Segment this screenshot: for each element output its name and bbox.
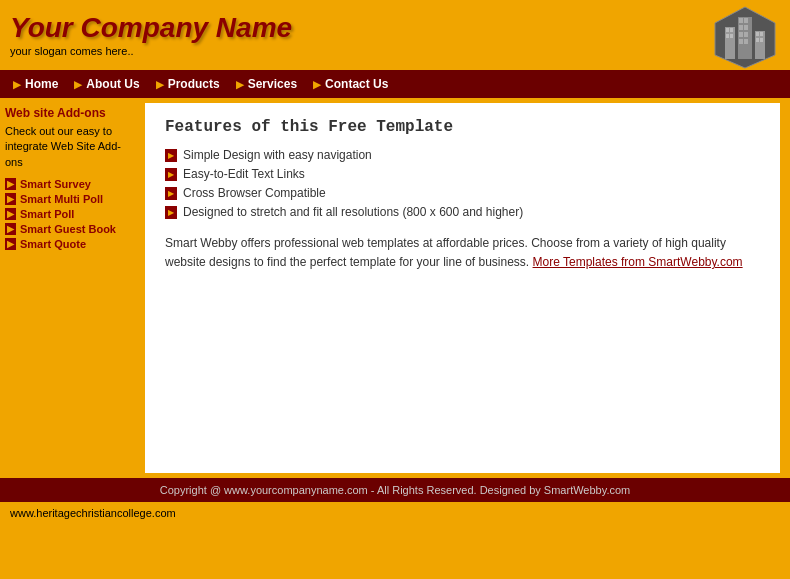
nav-item-services[interactable]: ▶Services (228, 70, 305, 98)
content-body: Smart Webby offers professional web temp… (165, 234, 760, 272)
sidebar-link-arrow-icon: ▶ (5, 178, 16, 190)
logo-image (710, 5, 780, 70)
nav-item-contact[interactable]: ▶Contact Us (305, 70, 396, 98)
sidebar-link-label: Smart Poll (20, 208, 74, 220)
sidebar-link[interactable]: ▶Smart Multi Poll (5, 193, 135, 205)
nav-arrow-icon: ▶ (156, 79, 164, 90)
svg-rect-14 (730, 34, 733, 38)
svg-rect-18 (756, 38, 759, 42)
list-arrow-icon: ▶ (165, 149, 177, 162)
header: Your Company Name your slogan comes here… (0, 0, 790, 70)
nav-item-products[interactable]: ▶Products (148, 70, 228, 98)
nav-item-label: About Us (86, 77, 139, 91)
feature-text: Designed to stretch and fit all resoluti… (183, 205, 523, 219)
feature-item: ▶Cross Browser Compatible (165, 186, 760, 200)
slogan: your slogan comes here.. (10, 45, 292, 57)
sidebar-desc: Check out our easy to integrate Web Site… (5, 124, 135, 170)
list-arrow-icon: ▶ (165, 187, 177, 200)
nav-arrow-icon: ▶ (74, 79, 82, 90)
svg-rect-13 (726, 34, 729, 38)
feature-item: ▶Simple Design with easy navigation (165, 148, 760, 162)
list-arrow-icon: ▶ (165, 206, 177, 219)
footer: Copyright @ www.yourcompanyname.com - Al… (0, 478, 790, 502)
content-area: Features of this Free Template ▶Simple D… (145, 103, 780, 473)
nav-item-label: Products (168, 77, 220, 91)
sidebar-links: ▶Smart Survey▶Smart Multi Poll▶Smart Pol… (5, 178, 135, 250)
feature-text: Easy-to-Edit Text Links (183, 167, 305, 181)
svg-rect-7 (744, 32, 748, 37)
bottom-link[interactable]: www.heritagechristiancollege.com (10, 507, 176, 519)
sidebar-link[interactable]: ▶Smart Guest Book (5, 223, 135, 235)
svg-rect-16 (756, 32, 759, 36)
svg-rect-1 (738, 17, 752, 59)
svg-rect-4 (739, 25, 743, 30)
sidebar-link[interactable]: ▶Smart Quote (5, 238, 135, 250)
sidebar-link-arrow-icon: ▶ (5, 238, 16, 250)
nav-item-label: Services (248, 77, 297, 91)
copyright-text: Copyright @ www.yourcompanyname.com - Al… (160, 484, 631, 496)
header-text: Your Company Name your slogan comes here… (10, 14, 292, 57)
nav-item-label: Home (25, 77, 58, 91)
nav-item-label: Contact Us (325, 77, 388, 91)
more-templates-link[interactable]: More Templates from SmartWebby.com (533, 255, 743, 269)
feature-item: ▶Easy-to-Edit Text Links (165, 167, 760, 181)
main-container: Web site Add-ons Check out our easy to i… (0, 98, 790, 478)
sidebar-link-label: Smart Quote (20, 238, 86, 250)
svg-rect-2 (739, 18, 743, 23)
sidebar-link[interactable]: ▶Smart Survey (5, 178, 135, 190)
feature-text: Cross Browser Compatible (183, 186, 326, 200)
navbar: ▶Home▶About Us▶Products▶Services▶Contact… (0, 70, 790, 98)
svg-rect-3 (744, 18, 748, 23)
svg-rect-8 (739, 39, 743, 44)
nav-item-home[interactable]: ▶Home (5, 70, 66, 98)
sidebar-link[interactable]: ▶Smart Poll (5, 208, 135, 220)
features-list: ▶Simple Design with easy navigation▶Easy… (165, 148, 760, 219)
feature-text: Simple Design with easy navigation (183, 148, 372, 162)
sidebar: Web site Add-ons Check out our easy to i… (0, 98, 140, 478)
sidebar-link-arrow-icon: ▶ (5, 193, 16, 205)
sidebar-title: Web site Add-ons (5, 106, 135, 120)
nav-item-about[interactable]: ▶About Us (66, 70, 147, 98)
bottom-bar: www.heritagechristiancollege.com (0, 502, 790, 524)
nav-arrow-icon: ▶ (236, 79, 244, 90)
svg-rect-9 (744, 39, 748, 44)
sidebar-link-label: Smart Survey (20, 178, 91, 190)
svg-rect-11 (726, 28, 729, 32)
building-icon (710, 5, 780, 70)
sidebar-link-arrow-icon: ▶ (5, 208, 16, 220)
svg-rect-6 (739, 32, 743, 37)
sidebar-link-label: Smart Multi Poll (20, 193, 103, 205)
sidebar-link-arrow-icon: ▶ (5, 223, 16, 235)
svg-rect-5 (744, 25, 748, 30)
sidebar-link-label: Smart Guest Book (20, 223, 116, 235)
nav-arrow-icon: ▶ (13, 79, 21, 90)
nav-arrow-icon: ▶ (313, 79, 321, 90)
content-title: Features of this Free Template (165, 118, 760, 136)
list-arrow-icon: ▶ (165, 168, 177, 181)
svg-rect-19 (760, 38, 763, 42)
feature-item: ▶Designed to stretch and fit all resolut… (165, 205, 760, 219)
svg-rect-12 (730, 28, 733, 32)
company-name: Your Company Name (10, 14, 292, 42)
svg-rect-17 (760, 32, 763, 36)
